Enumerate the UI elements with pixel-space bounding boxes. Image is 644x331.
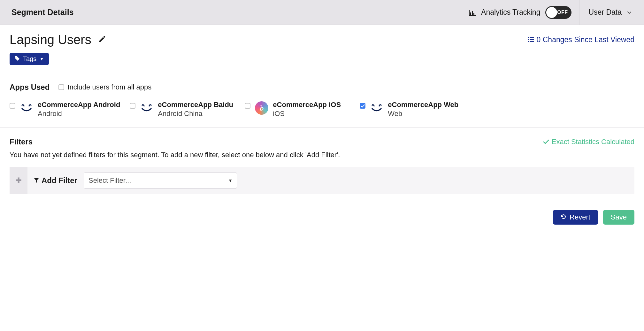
app-platform: Android	[38, 110, 120, 118]
filters-description: You have not yet defined filters for thi…	[10, 151, 634, 159]
checkbox-icon	[360, 103, 365, 109]
svg-point-11	[16, 57, 17, 58]
app-checkbox[interactable]	[130, 103, 135, 110]
tags-dropdown-button[interactable]: Tags ▼	[10, 53, 49, 65]
page-title: Segment Details	[12, 8, 461, 17]
footer-actions: Revert Save	[0, 204, 644, 230]
chevron-down-icon	[627, 10, 631, 15]
pencil-icon	[98, 35, 106, 43]
caret-down-icon: ▼	[40, 57, 44, 61]
app-logo-icon: b	[255, 101, 268, 115]
svg-rect-0	[469, 15, 476, 16]
app-checkbox[interactable]	[245, 103, 250, 110]
segment-title-row: Lapsing Users 0 Changes Since Last Viewe…	[0, 25, 644, 47]
user-data-dropdown[interactable]: User Data	[579, 0, 641, 25]
app-platform: iOS	[273, 110, 341, 118]
app-name: eCommerceApp Baidu	[158, 101, 233, 109]
smile-icon	[20, 101, 33, 115]
add-filter-bar: ✚ Add Filter Select Filter... ▼	[10, 167, 634, 194]
bar-chart-icon	[469, 10, 476, 15]
revert-label: Revert	[570, 213, 590, 221]
app-platform: Android China	[158, 110, 233, 118]
analytics-tracking-section: Analytics Tracking OFF	[461, 0, 579, 25]
changes-text: 0 Changes Since Last Viewed	[537, 35, 634, 44]
check-icon	[543, 138, 549, 146]
app-item: eCommerceApp BaiduAndroid China	[130, 101, 235, 118]
analytics-tracking-label: Analytics Tracking	[481, 8, 540, 17]
top-bar: Segment Details Analytics Tracking OFF U…	[0, 0, 644, 25]
edit-name-button[interactable]	[98, 35, 106, 44]
svg-rect-2	[470, 12, 471, 15]
app-name: eCommerceApp Web	[388, 101, 458, 109]
toggle-state-text: OFF	[557, 10, 568, 15]
apps-used-title: Apps Used	[10, 83, 50, 92]
add-filter-label: Add Filter	[34, 176, 77, 185]
filters-status-text: Exact Statistics Calculated	[552, 138, 634, 146]
svg-rect-9	[528, 41, 529, 42]
segment-name: Lapsing Users	[10, 33, 91, 47]
app-checkbox[interactable]	[360, 103, 365, 110]
add-filter-label-text: Add Filter	[42, 176, 77, 185]
toggle-knob	[546, 7, 557, 18]
app-platform: Web	[388, 110, 458, 118]
apps-used-section: Apps Used Include users from all apps eC…	[0, 73, 644, 127]
include-all-apps-toggle[interactable]: Include users from all apps	[58, 83, 151, 91]
svg-rect-6	[530, 37, 534, 38]
svg-rect-1	[469, 10, 470, 16]
tags-row: Tags ▼	[0, 47, 644, 73]
save-label: Save	[611, 213, 627, 221]
app-item: beCommerceApp iOSiOS	[245, 101, 350, 118]
filters-status: Exact Statistics Calculated	[543, 138, 634, 146]
app-item: eCommerceApp WebWeb	[360, 101, 465, 118]
checkbox-icon	[58, 84, 64, 90]
svg-rect-4	[473, 13, 474, 15]
svg-rect-8	[530, 39, 534, 40]
svg-rect-10	[530, 41, 534, 42]
undo-icon	[561, 213, 566, 221]
revert-button[interactable]: Revert	[553, 210, 598, 225]
app-checkbox[interactable]	[10, 103, 15, 110]
app-item: eCommerceApp AndroidAndroid	[10, 101, 120, 118]
analytics-tracking-toggle[interactable]: OFF	[545, 6, 571, 19]
checkbox-icon	[10, 103, 15, 109]
filters-section: Filters Exact Statistics Calculated You …	[0, 127, 644, 204]
filter-select-input[interactable]: Select Filter...	[84, 173, 237, 189]
checkbox-icon	[130, 103, 135, 109]
svg-rect-7	[528, 39, 529, 40]
list-icon	[528, 35, 534, 44]
app-name: eCommerceApp iOS	[273, 101, 341, 109]
tags-label: Tags	[23, 55, 36, 63]
filter-select[interactable]: Select Filter... ▼	[84, 173, 237, 189]
save-button[interactable]: Save	[603, 210, 634, 225]
changes-since-viewed-link[interactable]: 0 Changes Since Last Viewed	[528, 35, 634, 44]
app-name: eCommerceApp Android	[38, 101, 120, 109]
smile-icon	[370, 101, 383, 115]
plus-icon: ✚	[16, 176, 21, 185]
smile-icon	[140, 101, 153, 115]
apps-grid: eCommerceApp AndroidAndroideCommerceApp …	[10, 101, 634, 118]
include-all-apps-label: Include users from all apps	[67, 83, 151, 91]
svg-rect-5	[528, 37, 529, 38]
user-data-label: User Data	[588, 8, 622, 17]
add-filter-plus[interactable]: ✚	[10, 167, 27, 194]
filters-title: Filters	[10, 137, 33, 146]
tag-icon	[15, 55, 20, 63]
funnel-icon	[34, 176, 39, 185]
checkbox-icon	[245, 103, 250, 109]
svg-rect-3	[472, 11, 473, 15]
